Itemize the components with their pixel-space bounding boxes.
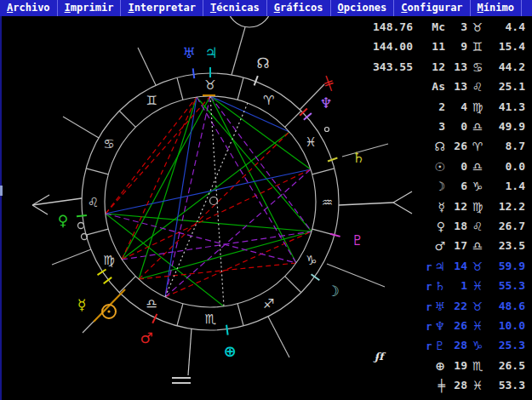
position-row-saturn: r♄1♓55.3 (360, 279, 527, 294)
row-sign-icon: ♌ (467, 80, 488, 94)
position-row-uranus: r♅22♉48.6 (360, 300, 527, 314)
pluto-icon: ♇ (434, 339, 445, 352)
menu-item-interpretar[interactable]: Interpretar (121, 0, 203, 16)
row-label: r♃ (413, 260, 445, 274)
position-row-pluto: r♇28♑25.3 (360, 339, 527, 353)
row-value (360, 279, 413, 294)
row-sign-icon: ♍ (467, 100, 488, 115)
row-value (360, 239, 413, 254)
row-degrees: 0 (445, 160, 467, 174)
row-minutes: 25.1 (488, 80, 525, 94)
row-label: ☿ (413, 200, 445, 214)
row-sign-icon: ♎ (467, 120, 488, 134)
position-row-north-node: ☊26♈8.7 (360, 140, 527, 154)
row-degrees: 3 (445, 20, 467, 35)
row-label: ♀ (413, 220, 445, 234)
row-degrees: 14 (445, 260, 467, 274)
position-row-mars: ♂17♎23.5 (360, 239, 527, 254)
position-row-3: 30♎49.9 (360, 120, 527, 134)
row-value (360, 359, 413, 374)
position-row-neptune: r♆26♓10.0 (360, 319, 527, 334)
row-sign-icon: ♉ (467, 20, 488, 35)
row-sign-icon: ♑ (467, 339, 488, 353)
saturn-icon: ♄ (434, 279, 445, 293)
row-minutes: 53.3 (488, 379, 525, 393)
row-label: ⊕ (413, 359, 445, 374)
row-minutes: 41.3 (488, 100, 525, 115)
row-minutes: 26.5 (488, 359, 525, 374)
position-row-mercury: ☿12♍12.2 (360, 200, 527, 214)
retrograde-flag: r (426, 261, 432, 273)
row-degrees: 26 (445, 319, 467, 334)
menu-item-imprimir[interactable]: Imprimir (58, 0, 122, 16)
sun-icon: ☉ (434, 160, 445, 174)
row-label: r♄ (413, 279, 445, 294)
row-sign-icon: ♑ (467, 180, 488, 194)
row-value (360, 120, 413, 134)
position-row-2: 24♍41.3 (360, 100, 527, 115)
row-minutes: 8.7 (488, 140, 525, 154)
menu-item-archivo[interactable]: Archivo (0, 0, 58, 16)
north-node-icon: ☊ (435, 140, 445, 153)
cross-point-icon: ╪ (438, 379, 445, 392)
position-row-sun: ☉0♎0.0 (360, 160, 527, 174)
row-value (360, 379, 413, 393)
menu-bar: ArchivoImprimirInterpretarTécnicasGráfic… (0, 0, 532, 16)
row-label: r♆ (413, 319, 445, 334)
row-value (360, 200, 413, 214)
row-sign-icon: ♎ (467, 160, 488, 174)
row-minutes: 10.0 (488, 319, 525, 334)
row-value (360, 220, 413, 234)
row-minutes: 12.2 (488, 200, 525, 214)
row-degrees: 1 (445, 279, 467, 294)
row-degrees: 9 (445, 40, 467, 54)
row-sign-icon: ♊ (467, 40, 488, 54)
row-minutes: 4.4 (488, 20, 525, 35)
row-degrees: 28 (445, 339, 467, 353)
row-label: 12 (413, 60, 445, 75)
row-label: As (413, 80, 445, 94)
row-value (360, 140, 413, 154)
row-label: ☽ (413, 180, 445, 194)
menu-item-tecnicas[interactable]: Técnicas (203, 0, 267, 16)
row-minutes: 48.6 (488, 300, 525, 314)
position-row-venus: ♀18♌26.7 (360, 220, 527, 234)
row-label: 11 (413, 40, 445, 54)
row-minutes: 44.2 (488, 60, 525, 75)
row-value (360, 300, 413, 314)
row-minutes: 23.5 (488, 239, 525, 254)
row-minutes: 15.4 (488, 40, 525, 54)
position-row-as: As13♌25.1 (360, 80, 527, 94)
venus-icon: ♀ (437, 220, 445, 233)
menu-item-configurar[interactable]: Configurar (394, 0, 470, 16)
menu-item-opciones[interactable]: Opciones (331, 0, 395, 16)
uranus-icon: ♅ (434, 300, 445, 313)
row-degrees: 17 (445, 239, 467, 254)
row-sign-icon: ♎ (467, 239, 488, 254)
row-value: 148.76 (360, 20, 413, 35)
menu-item-graficos[interactable]: Gráficos (267, 0, 331, 16)
position-row-moon: ☽6♑1.4 (360, 180, 527, 194)
position-row-jupiter: r♃14♉59.9 (360, 260, 527, 274)
row-label: 2 (413, 100, 445, 115)
menu-item-minimo[interactable]: Mínimo (471, 0, 522, 16)
row-minutes: 55.3 (488, 279, 525, 294)
row-degrees: 19 (445, 359, 467, 374)
row-degrees: 18 (445, 220, 467, 234)
position-row-part-of-fortune: ⊕19♏26.5 (360, 359, 527, 374)
row-sign-icon: ♍ (467, 200, 488, 214)
row-value (360, 80, 413, 94)
part-of-fortune-icon: ⊕ (435, 359, 445, 373)
moon-icon: ☽ (434, 180, 445, 193)
retrograde-flag: r (426, 340, 432, 352)
row-sign-icon: ♓ (467, 379, 488, 393)
row-minutes: 1.4 (488, 180, 525, 194)
row-degrees: 26 (445, 140, 467, 154)
sigil-glyph: ʄf (375, 351, 383, 363)
position-row-11: 144.00119♊15.4 (360, 40, 527, 54)
row-sign-icon: ♉ (467, 300, 488, 314)
position-row-cross-point: ╪28♓53.3 (360, 379, 527, 393)
row-minutes: 59.9 (488, 260, 525, 274)
row-minutes: 26.7 (488, 220, 525, 234)
jupiter-icon: ♃ (434, 260, 445, 273)
